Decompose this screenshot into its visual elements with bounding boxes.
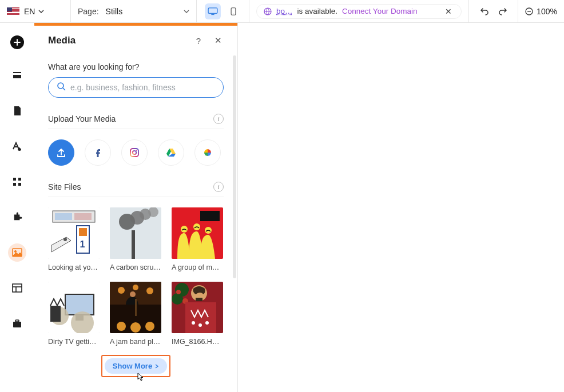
viewport-toggle: [197, 0, 249, 22]
search-icon: [57, 82, 66, 93]
svg-point-53: [133, 285, 138, 290]
file-caption: A carbon scru…: [110, 263, 161, 271]
svg-rect-40: [200, 211, 220, 221]
svg-rect-56: [135, 299, 137, 316]
zoom-out-icon: [525, 7, 533, 15]
show-more-highlight: Show More: [101, 355, 170, 377]
mobile-view-button[interactable]: [225, 3, 241, 19]
upload-facebook-button[interactable]: [85, 139, 111, 166]
media-panel: Media ? ✕ What are you looking for? Uplo…: [34, 23, 238, 392]
undo-button[interactable]: [480, 7, 489, 16]
files-info-button[interactable]: i: [213, 182, 224, 192]
svg-rect-34: [132, 230, 135, 259]
panel-title: Media: [48, 35, 185, 46]
svg-point-62: [172, 293, 183, 305]
file-card[interactable]: A group of m…: [172, 207, 223, 271]
svg-point-14: [14, 250, 16, 252]
rail-media-icon[interactable]: [8, 243, 26, 262]
svg-rect-22: [130, 149, 138, 157]
svg-rect-49: [50, 306, 61, 322]
chevron-down-icon: [184, 9, 189, 14]
left-rail: [0, 23, 34, 392]
help-button[interactable]: ?: [193, 36, 204, 46]
language-selector[interactable]: EN: [0, 0, 71, 22]
top-bar: EN Page: Stills bo… is available. C: [0, 0, 564, 23]
panel-header: Media ? ✕: [34, 26, 237, 55]
file-card[interactable]: 1 Looking at yo…: [48, 207, 100, 271]
upload-gdrive-button[interactable]: [158, 139, 184, 166]
upload-instagram-button[interactable]: [121, 139, 148, 166]
files-grid: 1 Looking at yo… A carbon scru… A group …: [48, 207, 224, 346]
svg-point-55: [130, 291, 136, 297]
file-caption: IMG_8166.HEIC: [172, 338, 223, 346]
upload-section-title: Upload Your Media: [48, 114, 213, 123]
file-card[interactable]: A jam band pl…: [110, 282, 161, 346]
upload-info-button[interactable]: i: [213, 114, 224, 124]
svg-point-23: [133, 151, 136, 154]
svg-rect-10: [18, 178, 21, 181]
show-more-button[interactable]: Show More: [105, 358, 167, 374]
page-selector[interactable]: Page: Stills: [71, 0, 197, 22]
svg-line-21: [63, 88, 65, 90]
file-caption: A jam band pl…: [110, 338, 161, 346]
file-caption: Dirty TV getti…: [48, 338, 100, 346]
svg-rect-11: [13, 183, 16, 186]
file-card[interactable]: Dirty TV getti…: [48, 282, 100, 346]
add-button[interactable]: [10, 35, 24, 49]
domain-name[interactable]: bo…: [276, 7, 293, 15]
svg-rect-15: [13, 284, 22, 292]
upload-gphotos-button[interactable]: [194, 139, 221, 166]
svg-point-59: [145, 322, 154, 331]
rail-apps-icon[interactable]: [8, 173, 26, 191]
svg-rect-67: [185, 302, 216, 333]
svg-point-57: [117, 322, 126, 331]
file-card[interactable]: A carbon scru…: [110, 207, 161, 271]
desktop-view-button[interactable]: [205, 3, 221, 19]
file-thumbnail: [110, 207, 161, 259]
svg-rect-27: [55, 213, 72, 220]
zoom-control[interactable]: 100%: [518, 0, 564, 22]
rail-pages-icon[interactable]: [8, 102, 26, 120]
upload-section-header: Upload Your Media i: [48, 114, 224, 129]
flag-us-icon: [7, 7, 19, 15]
search-label: What are you looking for?: [48, 62, 224, 71]
rail-layout-icon[interactable]: [8, 279, 26, 297]
search-input[interactable]: [70, 83, 215, 92]
close-panel-button[interactable]: ✕: [212, 35, 224, 46]
upload-device-button[interactable]: [48, 139, 74, 166]
zoom-value: 100%: [537, 7, 557, 16]
rail-business-icon[interactable]: [8, 314, 26, 333]
redo-button[interactable]: [498, 7, 507, 16]
files-section-header: Site Files i: [48, 182, 224, 197]
rail-addons-icon[interactable]: [8, 208, 26, 226]
svg-point-54: [146, 287, 153, 294]
svg-point-3: [233, 13, 233, 14]
panel-body: What are you looking for? Upload Your Me…: [34, 55, 237, 383]
globe-icon: [264, 7, 272, 15]
svg-point-70: [205, 321, 209, 325]
svg-rect-19: [15, 320, 19, 322]
svg-rect-45: [65, 294, 94, 315]
rail-theme-icon[interactable]: [8, 137, 26, 155]
file-thumbnail: [172, 282, 223, 333]
banner-close-button[interactable]: ✕: [443, 7, 454, 16]
domain-status: is available.: [297, 7, 338, 15]
svg-rect-30: [79, 228, 87, 236]
svg-rect-9: [13, 178, 16, 181]
rail-sections-icon[interactable]: [8, 66, 26, 85]
svg-rect-0: [208, 7, 217, 13]
svg-rect-66: [196, 298, 202, 301]
svg-rect-12: [18, 183, 21, 186]
svg-point-20: [58, 83, 63, 89]
chevron-down-icon: [38, 9, 44, 14]
show-more-label: Show More: [113, 362, 152, 370]
svg-point-69: [198, 323, 202, 327]
file-card[interactable]: IMG_8166.HEIC: [172, 282, 223, 346]
svg-rect-1: [211, 14, 214, 14]
connect-domain-link[interactable]: Connect Your Domain: [342, 7, 417, 15]
upload-sources: [48, 139, 224, 166]
file-caption: Looking at yo…: [48, 263, 100, 271]
search-field[interactable]: [48, 77, 224, 98]
svg-point-24: [136, 150, 137, 151]
svg-point-68: [192, 321, 195, 325]
